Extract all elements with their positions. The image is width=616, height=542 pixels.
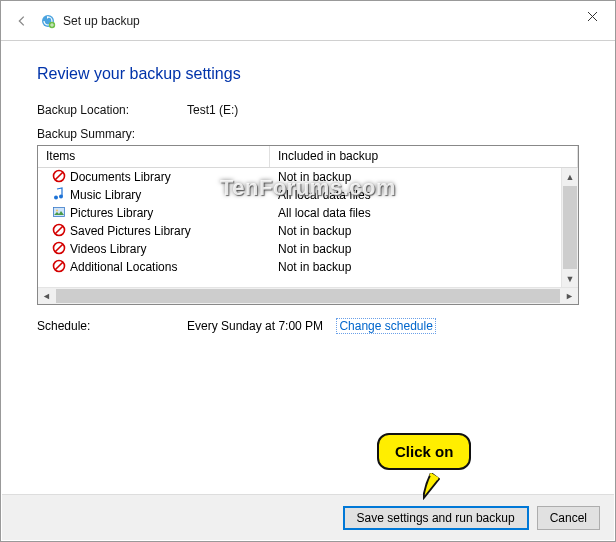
item-cell: Music Library [38,187,270,204]
annotation-callout-tail [423,473,453,503]
svg-rect-6 [54,207,65,216]
pictures-icon [52,205,66,222]
horizontal-scrollbar[interactable]: ◄ ► [38,287,578,304]
schedule-value: Every Sunday at 7:00 PM [187,319,323,333]
column-header-included[interactable]: Included in backup [270,146,578,167]
list-item[interactable]: Saved Pictures LibraryNot in backup [38,222,561,240]
cancel-button[interactable]: Cancel [537,506,600,530]
scroll-left-icon[interactable]: ◄ [38,288,55,304]
backup-summary-label: Backup Summary: [37,127,135,141]
item-name: Additional Locations [70,260,177,274]
item-status: All local data files [270,188,561,202]
list-item[interactable]: Pictures LibraryAll local data files [38,204,561,222]
svg-line-9 [55,226,63,234]
close-button[interactable] [569,1,615,31]
item-status: All local data files [270,206,561,220]
svg-point-5 [59,194,63,198]
summary-listbox: Items Included in backup Documents Libra… [37,145,579,305]
svg-point-7 [56,209,58,211]
backup-summary-label-row: Backup Summary: [37,127,579,141]
item-cell: Additional Locations [38,259,270,276]
item-status: Not in backup [270,170,561,184]
column-header-items[interactable]: Items [38,146,270,167]
backup-app-icon [39,12,57,30]
item-cell: Documents Library [38,169,270,186]
scroll-right-icon[interactable]: ► [561,288,578,304]
schedule-row: Schedule: Every Sunday at 7:00 PM Change… [37,319,579,333]
item-cell: Videos Library [38,241,270,258]
item-cell: Pictures Library [38,205,270,222]
list-header: Items Included in backup [38,146,578,168]
annotation-callout: Click on [377,433,471,470]
vertical-scrollbar[interactable]: ▲ ▼ [561,168,578,287]
svg-line-3 [55,172,63,180]
save-and-run-button[interactable]: Save settings and run backup [343,506,529,530]
item-name: Pictures Library [70,206,153,220]
schedule-label: Schedule: [37,319,187,333]
item-cell: Saved Pictures Library [38,223,270,240]
svg-line-11 [55,244,63,252]
item-name: Videos Library [70,242,147,256]
scroll-thumb[interactable] [563,186,577,269]
svg-line-13 [55,262,63,270]
prohibit-icon [52,223,66,240]
backup-location-row: Backup Location: Test1 (E:) [37,103,579,117]
window-title: Set up backup [63,14,140,28]
list-item[interactable]: Documents LibraryNot in backup [38,168,561,186]
list-body: Documents LibraryNot in backupMusic Libr… [38,168,561,287]
backup-location-label: Backup Location: [37,103,187,117]
list-item[interactable]: Music LibraryAll local data files [38,186,561,204]
item-status: Not in backup [270,224,561,238]
item-status: Not in backup [270,260,561,274]
change-schedule-link[interactable]: Change schedule [336,318,435,334]
prohibit-icon [52,169,66,186]
button-bar: Save settings and run backup Cancel [2,494,614,540]
scroll-down-icon[interactable]: ▼ [562,270,578,287]
scroll-track[interactable] [56,289,560,303]
prohibit-icon [52,241,66,258]
prohibit-icon [52,259,66,276]
item-name: Documents Library [70,170,171,184]
scroll-up-icon[interactable]: ▲ [562,168,578,185]
item-name: Music Library [70,188,141,202]
backup-location-value: Test1 (E:) [187,103,579,117]
list-item[interactable]: Videos LibraryNot in backup [38,240,561,258]
content-area: Review your backup settings Backup Locat… [1,41,615,333]
back-button[interactable] [11,10,33,32]
item-status: Not in backup [270,242,561,256]
svg-point-4 [54,195,58,199]
page-heading: Review your backup settings [37,65,579,83]
item-name: Saved Pictures Library [70,224,191,238]
music-icon [52,187,66,204]
titlebar: Set up backup [1,1,615,41]
list-item[interactable]: Additional LocationsNot in backup [38,258,561,276]
